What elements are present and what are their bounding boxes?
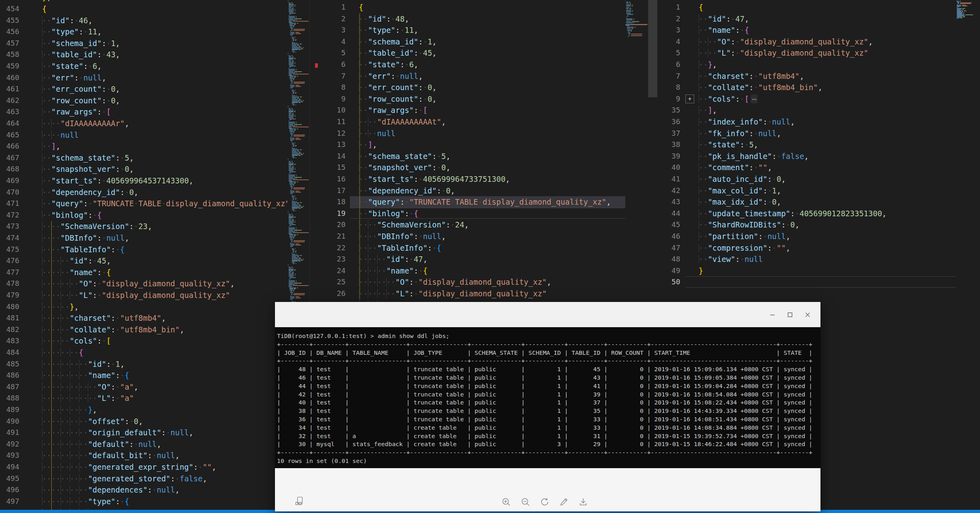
line-number[interactable]: 481: [0, 312, 19, 324]
code-line[interactable]: 481······"charset":·"utf8mb4",: [0, 312, 288, 324]
line-number[interactable]: 46: [657, 231, 680, 242]
code-line[interactable]: 38··"state":·5,: [657, 139, 980, 151]
code-line[interactable]: 11····"dIAAAAAAAAAt",: [318, 116, 625, 128]
line-number[interactable]: 45: [657, 219, 680, 231]
code-line[interactable]: 8··"err_count":·0,: [318, 82, 625, 93]
minimize-button[interactable]: [764, 306, 781, 324]
line-number[interactable]: 458: [0, 49, 19, 60]
code-line[interactable]: 3··"type":·11,: [318, 24, 625, 36]
line-number[interactable]: 467: [0, 152, 19, 164]
code-line[interactable]: 492··········"default":·null,: [0, 439, 288, 450]
line-number[interactable]: 477: [0, 267, 19, 278]
code-line[interactable]: 20····"SchemaVersion":·24,: [318, 219, 625, 231]
code-line[interactable]: 12····null: [318, 128, 625, 139]
code-line[interactable]: 461··"err_count":·0,: [0, 83, 288, 95]
line-number[interactable]: 497: [0, 496, 19, 507]
code-line[interactable]: 494··········"generated_expr_string":·""…: [0, 461, 288, 473]
line-number[interactable]: 47: [657, 242, 680, 254]
line-number[interactable]: 6: [657, 59, 680, 70]
code-line[interactable]: 17··"dependency_id":·0,: [318, 185, 625, 197]
editor-pane-left[interactable]: 453},454{455··"id":·46,456··"type":·11,4…: [0, 0, 288, 513]
window-title-bar[interactable]: [275, 302, 820, 327]
line-number[interactable]: 491: [0, 427, 19, 439]
scrollbar-slider-middle[interactable]: [648, 0, 657, 97]
code-line[interactable]: 9··"cols":·[⋯: [657, 93, 980, 105]
code-line[interactable]: 489··········},: [0, 404, 288, 416]
line-number[interactable]: 37: [657, 128, 680, 139]
code-line[interactable]: 6··"state":·6,: [318, 59, 625, 70]
line-number[interactable]: 22: [318, 242, 346, 254]
code-line[interactable]: 468··"snapshot_ver":·0,: [0, 163, 288, 175]
rotate-button[interactable]: [538, 495, 552, 509]
devices-button[interactable]: [293, 494, 306, 508]
code-line[interactable]: 2··"id":·47,: [657, 13, 980, 25]
line-number[interactable]: 11: [318, 116, 346, 128]
line-number[interactable]: 479: [0, 290, 19, 301]
line-number[interactable]: 24: [318, 265, 346, 277]
code-line[interactable]: 47··"compression":·"",: [657, 242, 980, 254]
line-number[interactable]: 38: [657, 139, 680, 151]
code-line[interactable]: 462··"row_count":·0,: [0, 95, 288, 107]
maximize-button[interactable]: [781, 306, 799, 324]
code-line[interactable]: 5··"table_id":·45,: [318, 47, 625, 59]
code-line[interactable]: 457··"schema_id":·1,: [0, 38, 288, 49]
line-number[interactable]: 14: [318, 151, 346, 162]
folded-code-ellipsis[interactable]: ⋯: [751, 95, 758, 103]
line-number[interactable]: 40: [657, 162, 680, 173]
line-number[interactable]: 5: [657, 47, 680, 59]
fold-expand-button[interactable]: +: [685, 95, 694, 103]
code-line[interactable]: 7··"err":·null,: [318, 70, 625, 82]
code-line[interactable]: 18··"query":·"TRUNCATE·TABLE·display_dia…: [318, 196, 625, 208]
line-number[interactable]: 43: [657, 196, 680, 208]
line-number[interactable]: 13: [318, 139, 346, 151]
code-line[interactable]: 49}: [657, 265, 980, 277]
line-number[interactable]: 16: [318, 173, 346, 185]
line-number[interactable]: 455: [0, 15, 19, 26]
code-line[interactable]: 472··"binlog":·{: [0, 209, 288, 221]
line-number[interactable]: 18: [318, 196, 346, 208]
line-number[interactable]: 4: [318, 36, 346, 48]
line-number[interactable]: 492: [0, 439, 19, 450]
code-line[interactable]: 466··],: [0, 141, 288, 152]
code-line[interactable]: 4····"O":·"display_diamond_quality_xz",: [657, 36, 980, 48]
line-number[interactable]: 1: [657, 2, 680, 13]
line-number[interactable]: 487: [0, 381, 19, 393]
line-number[interactable]: 12: [318, 128, 346, 139]
terminal-output-area[interactable]: TiDB(root@127.0.0.1:test) > admin show d…: [275, 327, 820, 468]
code-line[interactable]: 473····"SchemaVersion":·23,: [0, 221, 288, 232]
line-number[interactable]: 484: [0, 347, 19, 358]
code-line[interactable]: 48··"view":·null: [657, 253, 980, 265]
line-number[interactable]: 20: [318, 219, 346, 231]
line-number[interactable]: 15: [318, 162, 346, 173]
line-number[interactable]: 490: [0, 416, 19, 427]
code-line[interactable]: 8··"collate":·"utf8mb4_bin",: [657, 82, 980, 93]
code-line[interactable]: 25········"O":·"display_diamond_quality_…: [318, 276, 625, 288]
code-line[interactable]: 1{: [318, 2, 625, 13]
code-line[interactable]: 496··········"dependences":·null,: [0, 484, 288, 496]
code-line[interactable]: 14··"schema_state":·5,: [318, 151, 625, 162]
code-line[interactable]: 23······"id":·47,: [318, 253, 625, 265]
line-number[interactable]: 495: [0, 473, 19, 485]
line-number[interactable]: 485: [0, 358, 19, 370]
code-line[interactable]: 458··"table_id":·43,: [0, 49, 288, 60]
line-number[interactable]: 4: [657, 36, 680, 48]
code-line[interactable]: 9··"row_count":·0,: [318, 93, 625, 105]
code-line[interactable]: 40··"comment":·"",: [657, 162, 980, 173]
line-number[interactable]: 3: [657, 24, 680, 36]
line-number[interactable]: 478: [0, 278, 19, 290]
line-number[interactable]: 8: [657, 82, 680, 93]
line-number[interactable]: 49: [657, 265, 680, 277]
code-line[interactable]: 484········{: [0, 347, 288, 358]
code-line[interactable]: 464····"dIAAAAAAAAAr",: [0, 118, 288, 129]
code-line[interactable]: 485··········"id":·1,: [0, 358, 288, 370]
line-number[interactable]: 7: [318, 70, 346, 82]
code-line[interactable]: 42··"max_col_id":·1,: [657, 185, 980, 197]
code-line[interactable]: 465····null: [0, 129, 288, 141]
code-line[interactable]: 480······},: [0, 301, 288, 313]
line-number[interactable]: 488: [0, 392, 19, 404]
code-line[interactable]: 456··"type":·11,: [0, 26, 288, 38]
download-button[interactable]: [576, 495, 590, 509]
line-number[interactable]: 1: [318, 2, 346, 13]
line-number[interactable]: 50: [657, 276, 680, 288]
code-line[interactable]: 459··"state":·6,: [0, 60, 288, 72]
